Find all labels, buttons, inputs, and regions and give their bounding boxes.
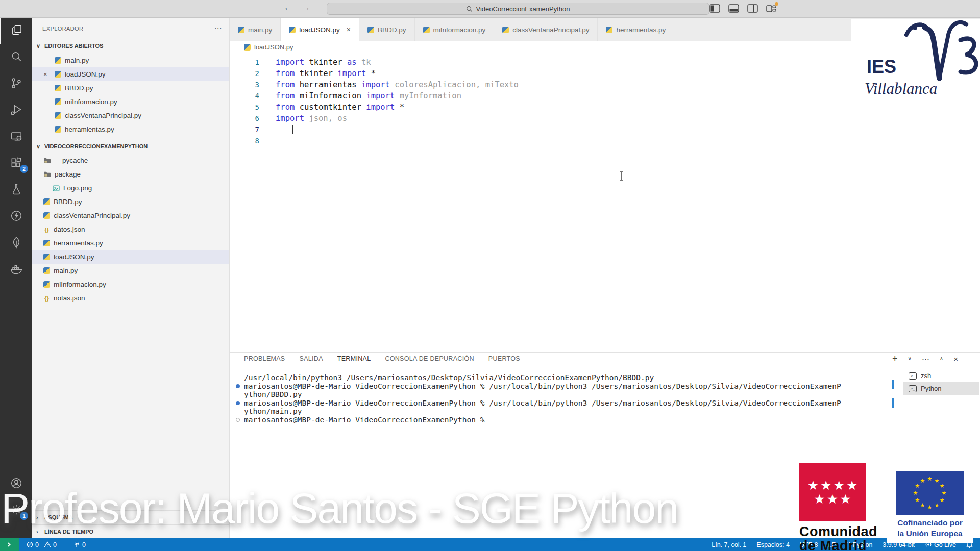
section-open-editors[interactable]: ∨EDITORES ABIERTOS: [32, 39, 229, 53]
open-editor-item[interactable]: ×loadJSON.py: [32, 67, 229, 81]
remote-indicator[interactable]: [0, 538, 19, 551]
terminal-instance-python[interactable]: >_Python: [903, 382, 979, 395]
star-icon: ★: [927, 476, 933, 482]
editor-tab[interactable]: herramientas.py: [598, 18, 674, 41]
command-decoration-icon: [236, 418, 240, 422]
tree-item[interactable]: Logo.png: [32, 181, 229, 195]
tree-item[interactable]: herramientas.py: [32, 236, 229, 250]
editor-tab[interactable]: classVentanaPrincipal.py: [494, 18, 598, 41]
breadcrumb-filename: loadJSON.py: [254, 43, 293, 51]
remote-icon: [6, 541, 14, 548]
command-center[interactable]: VideoCorreccionExamenPython: [327, 3, 709, 15]
activity-remote-explorer[interactable]: [0, 124, 32, 151]
forward-button[interactable]: →: [302, 3, 310, 13]
close-icon[interactable]: ×: [43, 70, 47, 78]
tree-item[interactable]: {}notas.json: [32, 291, 229, 305]
open-editor-item[interactable]: miInformacion.py: [32, 95, 229, 109]
activity-search[interactable]: [0, 44, 32, 71]
activity-explorer[interactable]: [0, 18, 32, 44]
activity-thunder-client[interactable]: [0, 204, 32, 230]
line-number: 8: [230, 137, 259, 145]
panel-tab-terminal[interactable]: TERMINAL: [337, 355, 371, 366]
star-icon: ★: [834, 479, 845, 492]
back-button[interactable]: ←: [284, 3, 292, 13]
editor-tab[interactable]: main.py: [230, 18, 281, 41]
madrid-text-line1: Comunidad: [799, 524, 877, 539]
tree-item[interactable]: classVentanaPrincipal.py: [32, 209, 229, 222]
line-col-status[interactable]: Lín. 7, col. 1: [712, 541, 746, 548]
tree-item-label: BBDD.py: [54, 198, 82, 206]
toggle-sidebar-icon[interactable]: [709, 4, 720, 13]
comunidad-madrid-logo: ★★★★ ★★★ Comunidad de Madrid: [799, 463, 877, 551]
section-project[interactable]: ∨VIDEOCORRECCIONEXAMENPYTHON: [32, 140, 229, 153]
tree-item[interactable]: {}datos.json: [32, 222, 229, 236]
open-editor-item[interactable]: BBDD.py: [32, 81, 229, 95]
activity-run-debug[interactable]: [0, 97, 32, 124]
tree-item[interactable]: main.py: [32, 264, 229, 278]
line-number: 5: [230, 103, 259, 111]
terminal-text: mariosantos@MBP-de-Mario VideoCorreccion…: [244, 416, 484, 424]
terminal-text: mariosantos@MBP-de-Mario VideoCorreccion…: [244, 399, 841, 407]
more-actions-icon[interactable]: ⋯: [214, 24, 222, 33]
tree-item[interactable]: package: [32, 167, 229, 181]
tree-item[interactable]: miInformacion.py: [32, 278, 229, 291]
tree-item-label: loadJSON.py: [54, 253, 94, 261]
image-file-icon: [53, 185, 60, 192]
close-icon[interactable]: ×: [347, 26, 351, 34]
mongodb-icon: [10, 236, 23, 251]
ports-status[interactable]: 0: [73, 541, 86, 548]
open-editor-item[interactable]: main.py: [32, 54, 229, 67]
toggle-panel-icon[interactable]: [728, 4, 739, 13]
activity-docker[interactable]: [0, 257, 32, 283]
star-icon: ★: [820, 479, 831, 492]
search-icon: [10, 50, 23, 65]
activity-mongodb[interactable]: [0, 230, 32, 257]
tree-item[interactable]: BBDD.py: [32, 195, 229, 209]
python-file-icon: [55, 98, 61, 105]
panel-tab-consola-de-depuración[interactable]: CONSOLA DE DEPURACIÓN: [385, 355, 474, 366]
command-decoration-icon: [236, 401, 240, 405]
panel-tab-salida[interactable]: SALIDA: [300, 355, 323, 366]
close-panel-icon[interactable]: ×: [953, 355, 958, 363]
terminal-text: ython/main.py: [244, 407, 302, 415]
editor-tab[interactable]: miInformacion.py: [415, 18, 495, 41]
open-editor-item[interactable]: classVentanaPrincipal.py: [32, 109, 229, 122]
line-number: 3: [230, 81, 259, 89]
maximize-panel-icon[interactable]: ∧: [940, 356, 943, 361]
python-file-icon: [55, 71, 61, 78]
terminal-dropdown-icon[interactable]: ∨: [908, 356, 912, 361]
terminal-instance-zsh[interactable]: >_zsh: [903, 369, 979, 382]
search-icon: [466, 6, 473, 12]
breadcrumb[interactable]: loadJSON.py: [244, 43, 293, 51]
panel-tab-problemas[interactable]: PROBLEMAS: [244, 355, 285, 366]
panel-tab-puertos[interactable]: PUERTOS: [488, 355, 520, 366]
star-icon: ★: [942, 490, 947, 496]
json-file-icon: {}: [43, 295, 50, 302]
eu-flag: ★★★★★★★★★★★★: [896, 471, 964, 515]
activity-extensions[interactable]: 2: [0, 151, 32, 177]
toggle-secondary-sidebar-icon[interactable]: [747, 4, 758, 13]
activity-testing[interactable]: [0, 177, 32, 204]
terminal-line: mariosantos@MBP-de-Mario VideoCorreccion…: [244, 382, 841, 391]
tree-item[interactable]: __pycache__: [32, 154, 229, 167]
indent-status[interactable]: Espacios: 4: [756, 541, 790, 548]
python-file-icon: [43, 267, 50, 274]
editor-tab[interactable]: BBDD.py: [359, 18, 415, 41]
open-editor-item[interactable]: herramientas.py: [32, 122, 229, 136]
text-caret: [292, 125, 293, 134]
activity-source-control[interactable]: [0, 71, 32, 97]
panel-more-icon[interactable]: ⋯: [922, 355, 929, 363]
tree-item-label: package: [55, 170, 81, 178]
panel-actions: + ∨ ⋯ ∧ ×: [892, 354, 958, 363]
section-label: EDITORES ABIERTOS: [44, 43, 103, 49]
problems-status[interactable]: 0 0: [27, 541, 57, 548]
star-icon: ★: [814, 493, 825, 506]
star-icon: ★: [915, 483, 920, 489]
new-terminal-icon[interactable]: +: [892, 354, 898, 363]
star-icon: ★: [920, 478, 925, 484]
ports-count: 0: [82, 541, 86, 548]
tree-item[interactable]: loadJSON.py: [32, 250, 229, 264]
panel-divider[interactable]: [230, 352, 980, 353]
editor-tab[interactable]: loadJSON.py×: [281, 18, 359, 41]
sidebar-title: EXPLORADOR: [42, 26, 83, 32]
